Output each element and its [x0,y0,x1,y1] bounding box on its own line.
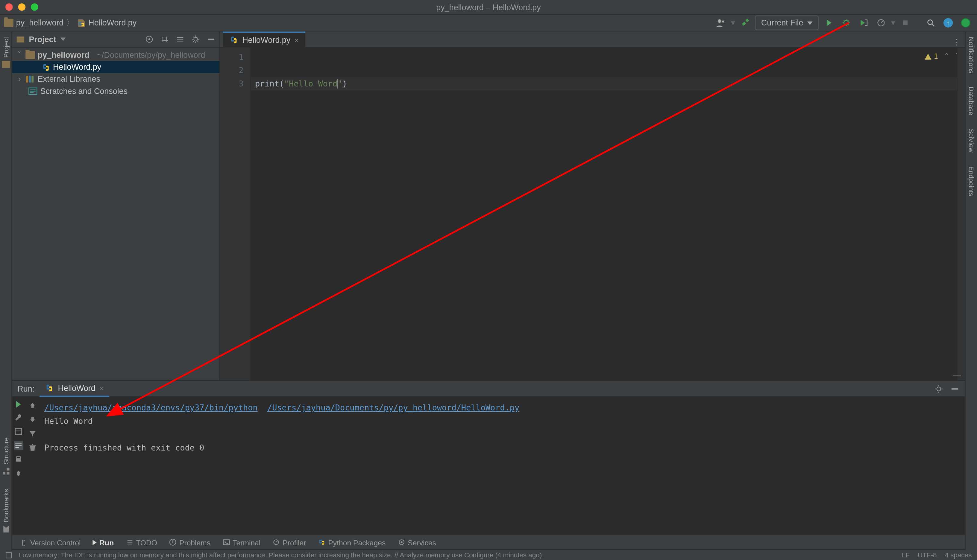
svg-rect-12 [32,76,33,82]
tree-external-label: External Libraries [38,75,100,84]
search-everywhere-button[interactable] [924,15,938,30]
left-tool-stripe: Project Structure Bookmarks [0,32,12,550]
svg-point-14 [937,387,941,390]
window-title: py_helloword – HelloWord.py [0,2,977,12]
run-configuration-selector[interactable]: Current File [755,15,819,30]
hammer-build-icon[interactable] [738,15,752,30]
bottom-item-python-packages[interactable]: Python Packages [318,538,386,546]
down-arrow-icon[interactable] [28,415,37,424]
window-zoom-icon[interactable] [31,3,38,11]
rerun-icon[interactable] [16,401,21,408]
bottom-item-version-control[interactable]: Version Control [20,538,80,546]
tree-root-path: ~/Documents/py/py_helloword [97,50,205,60]
ide-shield-icon[interactable] [958,15,973,30]
tree-scratches-label: Scratches and Consoles [40,87,128,96]
status-message[interactable]: Low memory: The IDE is running low on me… [19,551,895,559]
run-tab-label: HelloWord [58,383,95,392]
editor-resize-handle-icon[interactable] [953,375,961,376]
filter-icon[interactable] [28,429,37,438]
sidebar-item-structure[interactable]: Structure [2,438,10,476]
sidebar-item-project[interactable]: Project [2,37,10,68]
editor-tab[interactable]: HelloWord.py × [223,32,305,47]
status-indent[interactable]: 4 spaces [945,551,972,559]
window-close-icon[interactable] [5,3,13,11]
breadcrumb[interactable]: py_helloword 〉 HelloWord.py [4,17,137,28]
editor-inspection-widget[interactable]: 1 ˄ ˅ [924,50,960,64]
window-minimize-icon[interactable] [18,3,26,11]
wrench-icon[interactable] [14,413,23,422]
project-tree[interactable]: ˅ py_helloword ~/Documents/py/py_hellowo… [12,48,219,380]
run-config-label: Current File [761,18,803,28]
run-tw-header: Run: HelloWord × [12,381,965,397]
stop-button[interactable] [898,15,913,30]
soft-wrap-icon[interactable] [14,441,23,450]
tree-file-label: HelloWord.py [53,62,101,72]
run-console-output[interactable]: /Users/jayhua/anaconda3/envs/py37/bin/py… [39,397,965,535]
collapse-all-icon[interactable] [176,35,184,44]
folder-icon [4,19,13,27]
add-user-icon[interactable] [713,15,728,30]
svg-rect-16 [16,458,21,462]
print-icon[interactable] [14,455,23,464]
tree-external-libraries[interactable]: › External Libraries [12,73,219,85]
debug-button[interactable] [839,15,853,30]
tree-scratches[interactable]: Scratches and Consoles [12,85,219,97]
sidebar-item-notifications[interactable]: Notifications [968,37,975,73]
bottom-item-services[interactable]: Services [398,538,436,546]
navigation-bar: py_helloword 〉 HelloWord.py ▾ Current Fi… [0,15,977,32]
trash-icon[interactable] [28,443,37,452]
bottom-item-todo[interactable]: TODO [126,538,157,546]
gear-icon[interactable] [191,35,200,44]
scratches-icon [28,87,37,95]
breadcrumb-root[interactable]: py_helloword [16,18,64,28]
gear-icon[interactable] [934,384,944,393]
sidebar-item-bookmarks[interactable]: Bookmarks [2,489,10,533]
layout-icon[interactable] [14,427,23,436]
up-arrow-icon[interactable] [28,401,37,410]
project-tw-title[interactable]: Project [29,34,56,44]
run-tool-window: Run: HelloWord × [12,380,965,535]
run-tw-tab[interactable]: HelloWord × [40,380,109,397]
bottom-item-terminal[interactable]: Terminal [223,538,261,546]
close-tab-icon[interactable]: × [294,36,299,44]
chevron-down-icon [807,21,813,25]
sidebar-item-database[interactable]: Database [968,87,975,115]
profile-button[interactable] [874,15,888,30]
update-button[interactable]: ↑ [941,15,955,30]
svg-point-20 [274,540,279,545]
bottom-item-problems[interactable]: Problems [169,538,210,546]
run-button[interactable] [822,15,836,30]
pin-icon[interactable] [14,469,23,478]
locate-icon[interactable] [145,35,154,44]
close-run-tab-icon[interactable]: × [99,384,104,392]
prev-highlight-icon[interactable]: ˄ [945,50,949,64]
tab-overflow-icon[interactable]: ⋮ [949,38,965,47]
svg-point-8 [149,38,150,40]
status-line-separator[interactable]: LF [902,551,910,559]
hide-icon[interactable] [207,35,215,44]
chevron-down-icon[interactable] [60,38,65,41]
svg-rect-3 [903,20,908,25]
bottom-item-run[interactable]: Run [93,538,114,546]
status-window-icon[interactable] [5,552,12,558]
sidebar-item-endpoints[interactable]: Endpoints [968,166,975,196]
tree-root[interactable]: ˅ py_helloword ~/Documents/py/py_hellowo… [12,49,219,61]
status-encoding[interactable]: UTF-8 [918,551,937,559]
svg-rect-15 [15,428,22,435]
svg-rect-6 [17,37,25,42]
hide-icon[interactable] [950,384,959,393]
expand-all-icon[interactable] [160,35,169,44]
bottom-item-profiler[interactable]: Profiler [273,538,306,546]
run-script-path[interactable]: /Users/jayhua/Documents/py/py_helloword/… [267,403,519,412]
sidebar-item-sciview[interactable]: SciView [968,129,975,153]
breadcrumb-file[interactable]: HelloWord.py [88,18,137,28]
editor-body[interactable]: 1 2 3 print("Hello Word") 1 ˄ [220,48,965,380]
status-bar: Low memory: The IDE is running low on me… [0,549,977,560]
editor-error-stripe[interactable] [957,48,965,380]
run-python-path[interactable]: /Users/jayhua/anaconda3/envs/py37/bin/py… [44,403,258,412]
editor-code[interactable]: print("Hello Word") 1 ˄ ˅ [251,48,965,380]
run-coverage-button[interactable] [857,15,871,30]
tree-file-selected[interactable]: HelloWord.py [12,61,219,73]
project-icon [16,35,25,44]
svg-rect-5 [2,61,10,68]
